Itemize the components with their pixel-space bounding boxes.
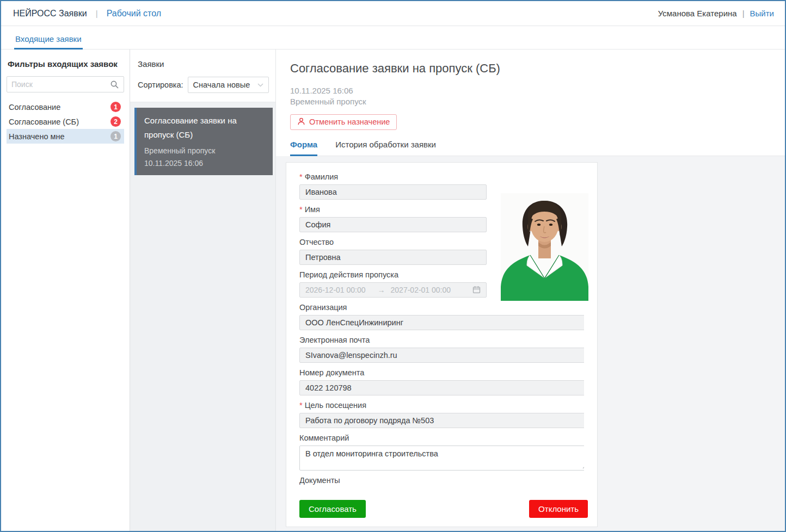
top-bar: НЕЙРОСС Заявки | Рабочий стол Усманова Е… <box>1 1 785 26</box>
middle-name-field[interactable] <box>299 250 487 265</box>
requests-list: Согласование заявки на пропуск (СБ) Врем… <box>130 102 275 175</box>
request-card-type: Временный пропуск <box>144 146 265 157</box>
period-to: 2027-02-01 00:00 <box>391 286 451 294</box>
search-icon[interactable] <box>105 77 124 92</box>
main-tabstrip: Входящие заявки <box>1 26 785 50</box>
email-label: Электронная почта <box>299 336 584 344</box>
header-separator: | <box>96 9 98 18</box>
request-form-card: *Фамилия *Имя Отчество Период действия п… <box>286 162 598 528</box>
workspace-link[interactable]: Рабочий стол <box>107 9 161 18</box>
period-from: 2026-12-01 00:00 <box>305 286 366 294</box>
reject-button[interactable]: Отклонить <box>529 500 588 518</box>
cancel-assignment-button[interactable]: Отменить назначение <box>290 114 397 130</box>
filter-label: Согласование (СБ) <box>9 117 79 126</box>
requests-title: Заявки <box>138 59 269 69</box>
required-mark: * <box>299 172 303 181</box>
request-detail: Согласование заявки на пропуск (СБ) 10.1… <box>276 50 785 531</box>
organization-field[interactable] <box>299 315 584 330</box>
filter-label: Согласование <box>9 103 60 112</box>
cancel-assignment-label: Отменить назначение <box>309 117 390 126</box>
sort-value: Сначала новые <box>193 81 250 89</box>
applicant-photo <box>501 193 588 301</box>
user-area: Усманова Екатерина | Выйти <box>658 9 774 18</box>
current-user-name: Усманова Екатерина <box>658 9 737 18</box>
calendar-icon[interactable] <box>472 286 481 294</box>
form-actions: Согласовать Отклонить <box>299 492 588 518</box>
request-card-datetime: 10.11.2025 16:06 <box>144 159 265 168</box>
logout-link[interactable]: Выйти <box>750 9 774 18</box>
sort-select[interactable]: Сначала новые <box>188 77 269 93</box>
filter-item-approval[interactable]: Согласование 1 <box>7 100 124 114</box>
app-window: НЕЙРОСС Заявки | Рабочий стол Усманова Е… <box>0 0 786 532</box>
tab-history[interactable]: История обработки заявки <box>335 140 436 156</box>
user-separator: | <box>742 9 745 18</box>
range-arrow-icon: → <box>378 286 385 294</box>
chevron-down-icon <box>257 83 263 87</box>
email-field[interactable] <box>299 348 584 363</box>
detail-tabs: Форма История обработки заявки <box>290 140 785 156</box>
requests-list-header: Заявки Сортировка: Сначала новые <box>130 50 275 102</box>
sort-label: Сортировка: <box>138 81 183 89</box>
pass-period-field[interactable]: 2026-12-01 00:00 → 2027-02-01 00:00 <box>299 282 487 298</box>
count-badge: 1 <box>110 102 121 112</box>
first-name-field[interactable] <box>299 217 487 232</box>
content-area: Фильтры входящих заявок Согласование 1 С… <box>1 50 785 531</box>
page-title: Согласование заявки на пропуск (СБ) <box>290 61 769 76</box>
request-type: Временный пропуск <box>290 96 769 107</box>
filters-title: Фильтры входящих заявок <box>8 59 124 69</box>
filters-sidebar: Фильтры входящих заявок Согласование 1 С… <box>1 50 130 531</box>
requests-list-column: Заявки Сортировка: Сначала новые <box>130 50 276 531</box>
filter-item-approval-sb[interactable]: Согласование (СБ) 2 <box>7 114 124 129</box>
request-datetime: 10.11.2025 16:06 <box>290 85 769 96</box>
documents-empty-value: - <box>299 488 584 493</box>
required-mark: * <box>299 205 303 214</box>
request-card-selected[interactable]: Согласование заявки на пропуск (СБ) Врем… <box>134 108 273 175</box>
tab-incoming-requests[interactable]: Входящие заявки <box>14 34 83 49</box>
documents-label: Документы <box>299 476 584 485</box>
filter-item-assigned-to-me[interactable]: Назначено мне 1 <box>7 129 124 144</box>
approve-button[interactable]: Согласовать <box>299 500 366 518</box>
organization-label: Организация <box>299 303 584 312</box>
search-input[interactable] <box>7 77 105 92</box>
comment-label: Комментарий <box>299 434 584 442</box>
form-tab-panel: *Фамилия *Имя Отчество Период действия п… <box>276 156 785 531</box>
count-badge: 1 <box>110 131 121 141</box>
required-mark: * <box>299 401 303 410</box>
tab-form[interactable]: Форма <box>290 140 317 156</box>
visit-purpose-field[interactable] <box>299 413 584 428</box>
filter-search <box>7 76 124 92</box>
request-card-title: Согласование заявки на пропуск (СБ) <box>144 114 265 141</box>
count-badge: 2 <box>110 116 121 127</box>
comment-wrap: В отдел мониторинга строительства <box>299 446 584 471</box>
last-name-label: *Фамилия <box>299 172 584 181</box>
request-detail-header: Согласование заявки на пропуск (СБ) 10.1… <box>276 50 785 156</box>
document-number-label: Номер документа <box>299 368 584 377</box>
last-name-field[interactable] <box>299 184 487 200</box>
person-icon <box>297 117 305 126</box>
filter-label: Назначено мне <box>9 132 65 141</box>
app-title: НЕЙРОСС Заявки <box>13 9 87 18</box>
visit-purpose-label: *Цель посещения <box>299 401 584 410</box>
sort-row: Сортировка: Сначала новые <box>138 77 269 93</box>
document-number-field[interactable] <box>299 380 584 395</box>
comment-field[interactable]: В отдел мониторинга строительства <box>299 446 584 471</box>
